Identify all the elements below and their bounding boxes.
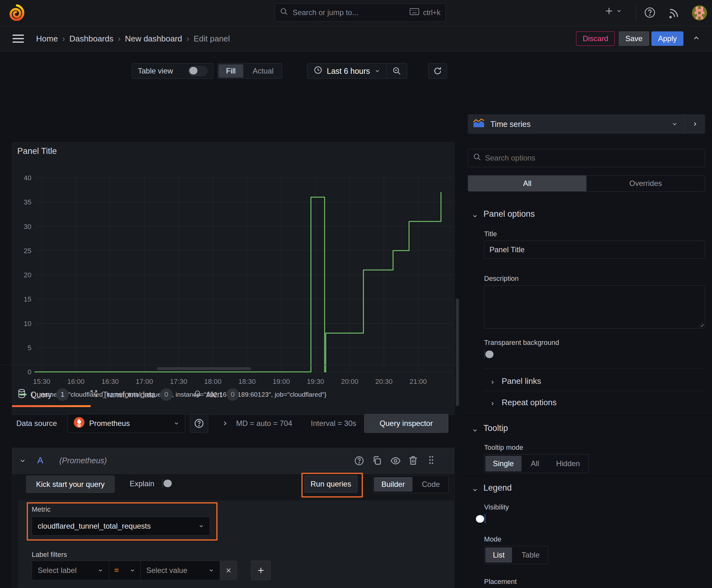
svg-text:35: 35 (24, 198, 31, 206)
datasource-row: Data source Prometheus (0, 414, 455, 433)
fill-option[interactable]: Fill (218, 64, 243, 78)
options-search-input[interactable] (485, 153, 700, 162)
chevron-down-icon[interactable] (472, 213, 478, 219)
tab-query[interactable]: Query 1 (17, 388, 69, 401)
tab-alert[interactable]: Alert 0 (193, 388, 239, 401)
metric-select[interactable]: cloudflared_tunnel_total_requests (32, 517, 210, 536)
apply-button[interactable]: Apply (651, 31, 684, 46)
options-search[interactable] (468, 149, 705, 167)
tab-all[interactable]: All (468, 175, 586, 191)
delete-query-trash-icon[interactable] (408, 456, 418, 465)
datasource-picker[interactable]: Prometheus (67, 414, 185, 433)
visualization-picker[interactable]: Time series (468, 114, 705, 134)
promql-builder: Metric cloudflared_tunnel_total_requests… (18, 500, 455, 588)
hide-query-eye-icon[interactable] (390, 456, 401, 465)
section-divider (464, 415, 712, 416)
kick-start-button[interactable]: Kick start your query (26, 476, 114, 493)
max-data-points: MD = auto = 704 (236, 419, 292, 428)
search-input[interactable] (292, 8, 406, 17)
grafana-app: ctrl+k (0, 0, 712, 588)
metric-value: cloudflared_tunnel_total_requests (38, 522, 194, 530)
add-filter-button[interactable] (251, 561, 271, 580)
code-option[interactable]: Code (414, 477, 447, 491)
operator-dropdown[interactable]: = (109, 561, 141, 580)
breadcrumb-new-dashboard[interactable]: New dashboard (125, 34, 182, 44)
global-search[interactable]: ctrl+k (275, 3, 446, 22)
tooltip-hidden[interactable]: Hidden (548, 456, 587, 471)
legend-heading[interactable]: Legend (483, 483, 512, 493)
resize-drag-handle[interactable] (157, 367, 251, 370)
builder-option[interactable]: Builder (374, 477, 412, 491)
run-queries-button[interactable]: Run queries (304, 476, 357, 492)
chevron-down-icon (198, 523, 204, 529)
transparent-bg-toggle[interactable] (484, 350, 485, 359)
query-help-icon[interactable] (354, 456, 365, 466)
resize-handle-icon[interactable] (698, 322, 704, 327)
table-view-label: Table view (138, 67, 173, 76)
panel-options-heading[interactable]: Panel options (483, 209, 535, 219)
discard-button[interactable]: Discard (576, 31, 615, 46)
remove-filter-button[interactable] (220, 561, 237, 580)
panel-links-section[interactable]: Panel links (502, 376, 541, 386)
expand-chevron-right-icon[interactable] (222, 420, 229, 427)
tooltip-all[interactable]: All (523, 456, 547, 471)
tab-overrides[interactable]: Overrides (586, 175, 705, 191)
time-series-chart[interactable]: 051015202530354015:3016:0016:3017:0017:3… (14, 162, 453, 391)
actual-option[interactable]: Actual (245, 64, 281, 78)
divider (484, 368, 705, 369)
select-value-dropdown[interactable]: Select value (141, 561, 220, 580)
chevron-down-icon[interactable] (472, 487, 478, 493)
duplicate-query-icon[interactable] (372, 456, 382, 465)
chevron-down-icon (130, 568, 135, 573)
tooltip-heading[interactable]: Tooltip (483, 423, 508, 433)
explain-toggle[interactable] (162, 479, 163, 488)
help-icon[interactable] (644, 6, 656, 19)
tab-transform[interactable]: Transform data 0 (89, 388, 173, 401)
search-icon (280, 7, 288, 18)
mode-list[interactable]: List (486, 547, 512, 563)
description-textarea[interactable] (484, 285, 705, 329)
tab-alert-badge: 0 (226, 388, 239, 401)
panel-title-input[interactable] (484, 240, 705, 259)
collapse-chevron-down-icon[interactable] (19, 457, 26, 464)
visibility-toggle[interactable] (485, 514, 486, 523)
svg-text:18:30: 18:30 (238, 378, 256, 385)
time-range-picker[interactable]: Last 6 hours (307, 63, 386, 79)
save-button[interactable]: Save (619, 31, 649, 46)
vertical-scrollbar[interactable] (456, 298, 459, 406)
mode-table[interactable]: Table (514, 547, 547, 563)
breadcrumb-bar: Home › Dashboards › New dashboard › Edit… (0, 26, 712, 51)
label-filters-label: Label filters (32, 551, 67, 559)
news-rss-icon[interactable] (668, 7, 680, 19)
panel-title: Panel Title (17, 146, 57, 156)
collapse-chevron-up-icon[interactable] (692, 34, 700, 42)
select-label-dropdown[interactable]: Select label (32, 561, 109, 580)
chevron-down-icon[interactable] (472, 427, 478, 434)
transform-icon (89, 389, 98, 400)
chevron-down-icon (209, 568, 214, 573)
svg-text:10: 10 (24, 320, 31, 328)
active-tab-underline (12, 405, 91, 407)
repeat-options-section[interactable]: Repeat options (502, 398, 557, 407)
query-row-header[interactable]: A (Prometheus) (12, 448, 454, 475)
add-menu-button[interactable] (604, 6, 622, 16)
refresh-button[interactable] (428, 63, 447, 79)
breadcrumb-home[interactable]: Home (36, 34, 58, 44)
edit-main: Table view Fill Actual Last 6 hours (0, 51, 461, 588)
query-inspector-button[interactable]: Query inspector (364, 414, 448, 433)
zoom-out-button[interactable] (387, 63, 407, 79)
avatar[interactable] (692, 5, 707, 20)
options-tabs: All Overrides (468, 175, 705, 192)
query-tabs: Query 1 Transform data 0 (17, 384, 239, 405)
drag-grip-icon[interactable] (429, 456, 434, 465)
table-view-toggle[interactable] (188, 66, 208, 76)
search-shortcut: ctrl+k (423, 8, 440, 17)
hamburger-menu-icon[interactable] (13, 35, 24, 43)
collapse-pane-button[interactable] (685, 114, 705, 134)
breadcrumb-dashboards[interactable]: Dashboards (69, 34, 113, 44)
tooltip-single[interactable]: Single (486, 456, 521, 471)
grafana-logo-icon[interactable] (9, 4, 24, 23)
chevron-right-icon[interactable] (490, 401, 495, 406)
chevron-right-icon[interactable] (490, 379, 495, 385)
datasource-help-button[interactable] (190, 414, 208, 433)
